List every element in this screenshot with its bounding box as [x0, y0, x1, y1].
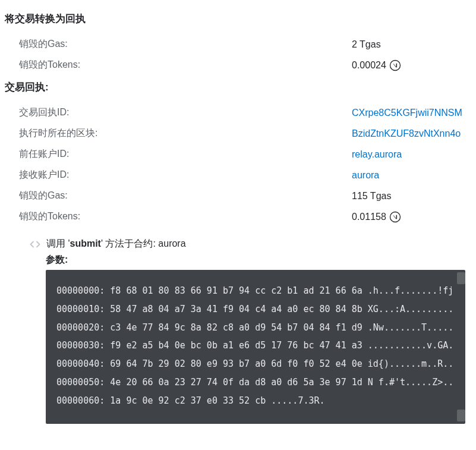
- receipt-predecessor-row: 前任账户ID: relay.aurora: [5, 144, 471, 165]
- convert-tokens-row: 销毁的Tokens: 0.00024: [5, 55, 471, 75]
- receipt-tokens-row: 销毁的Tokens: 0.01158: [5, 206, 471, 227]
- args-label: 参数:: [46, 254, 471, 266]
- receipt-receiver-link[interactable]: aurora: [352, 170, 379, 181]
- receipt-tokens-label: 销毁的Tokens:: [19, 210, 352, 223]
- hex-dump: 00000000: f8 68 01 80 83 66 91 b7 94 cc …: [46, 270, 465, 424]
- receipt-gas-value: 115 Tgas: [352, 191, 471, 202]
- convert-gas-value: 2 Tgas: [352, 39, 471, 50]
- code-icon: [30, 239, 40, 250]
- action-contract: aurora: [158, 238, 185, 248]
- convert-tokens-label: 销毁的Tokens:: [19, 59, 352, 71]
- receipt-block-row: 执行时所在的区块: BzidZtnKZUF8zvNtXnn4o: [5, 123, 471, 144]
- receipt-tokens-number: 0.01158: [352, 212, 386, 222]
- receipt-predecessor-label: 前任账户ID:: [19, 148, 352, 161]
- scrollbar-thumb-top[interactable]: [457, 272, 465, 284]
- hex-container: 00000000: f8 68 01 80 83 66 91 b7 94 cc …: [46, 270, 465, 424]
- convert-gas-row: 销毁的Gas: 2 Tgas: [5, 34, 471, 55]
- action-mid: ' 方法于合约:: [101, 238, 158, 248]
- convert-gas-label: 销毁的Gas:: [19, 38, 352, 51]
- near-token-icon: [389, 59, 401, 71]
- receipt-receiver-label: 接收账户ID:: [19, 169, 352, 181]
- convert-section-title: 将交易转换为回执: [5, 12, 471, 26]
- receipt-gas-row: 销毁的Gas: 115 Tgas: [5, 185, 471, 206]
- action-block: 调用 'submit' 方法于合约: aurora 参数: 00000000: …: [30, 238, 471, 424]
- receipt-receiver-row: 接收账户ID: aurora: [5, 165, 471, 185]
- action-header: 调用 'submit' 方法于合约: aurora: [30, 238, 471, 250]
- receipt-section-title: 交易回执:: [5, 80, 471, 94]
- action-prefix: 调用 ': [46, 238, 70, 248]
- convert-tokens-number: 0.00024: [352, 60, 386, 71]
- receipt-id-label: 交易回执ID:: [19, 106, 352, 119]
- receipt-gas-label: 销毁的Gas:: [19, 190, 352, 202]
- action-title: 调用 'submit' 方法于合约: aurora: [46, 238, 186, 250]
- svg-point-0: [390, 60, 400, 70]
- receipt-predecessor-link[interactable]: relay.aurora: [352, 149, 402, 160]
- near-token-icon: [389, 211, 401, 223]
- receipt-id-link[interactable]: CXrpe8C5KGFjwii7NNSM: [352, 108, 462, 118]
- receipt-id-row: 交易回执ID: CXrpe8C5KGFjwii7NNSM: [5, 102, 471, 123]
- svg-point-1: [390, 212, 400, 222]
- action-method: submit: [70, 238, 101, 248]
- scrollbar-thumb-bottom[interactable]: [457, 410, 465, 421]
- receipt-block-link[interactable]: BzidZtnKZUF8zvNtXnn4o: [352, 128, 461, 139]
- receipt-tokens-value: 0.01158: [352, 211, 471, 223]
- convert-tokens-value: 0.00024: [352, 59, 471, 71]
- receipt-block-label: 执行时所在的区块:: [19, 127, 352, 140]
